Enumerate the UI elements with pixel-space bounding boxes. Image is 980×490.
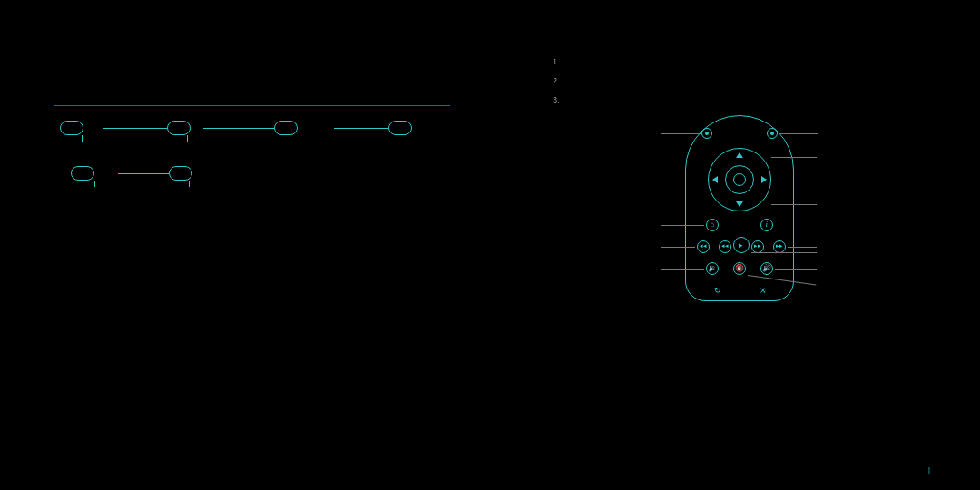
info-glyph: i [760, 220, 773, 229]
menu-pill-row-1 [54, 121, 450, 142]
power-button-icon [767, 128, 778, 139]
repeat-glyph: ↻ [711, 286, 724, 295]
pill-music [60, 121, 83, 135]
rew-glyph: ◂◂ [719, 242, 731, 250]
ff-glyph: ▸▸ [751, 242, 764, 250]
pill-extras [169, 166, 192, 181]
play-glyph: ▸ [735, 240, 748, 250]
step-2 [563, 75, 935, 87]
nav-up-icon [736, 152, 743, 158]
steps-list [526, 56, 935, 106]
next-glyph: ▸▸ [773, 242, 786, 250]
nav-down-icon [736, 201, 743, 207]
step-3 [563, 94, 935, 106]
section-heading [54, 102, 450, 106]
mute-glyph: 🔇 [733, 264, 746, 272]
pill-settings [71, 166, 94, 181]
nav-left-icon [712, 176, 718, 183]
prev-glyph: ◂◂ [697, 242, 710, 250]
pill-videos [167, 121, 191, 135]
step-1 [563, 56, 935, 68]
voldown-glyph: 🔉 [706, 264, 719, 272]
pill-shuffle [274, 121, 298, 135]
mode-button-icon [701, 128, 712, 139]
enter-button [733, 173, 746, 186]
shuffle-glyph: ⤨ [757, 286, 769, 295]
menu-pill-row-2 [54, 166, 450, 188]
pill-now-playing [388, 121, 412, 135]
page-right: ⌂ i ◂◂ ◂◂ ▸ ▸▸ ▸▸ 🔉 🔇 🔊 ↻ ⤨ [490, 0, 980, 490]
remote-diagram: ⌂ i ◂◂ ◂◂ ▸ ▸▸ ▸▸ 🔉 🔇 🔊 ↻ ⤨ [526, 115, 944, 306]
volup-glyph: 🔊 [760, 264, 773, 272]
home-glyph: ⌂ [706, 220, 719, 229]
page-left [0, 0, 490, 490]
nav-right-icon [761, 176, 767, 183]
footer-right: | [928, 466, 935, 474]
